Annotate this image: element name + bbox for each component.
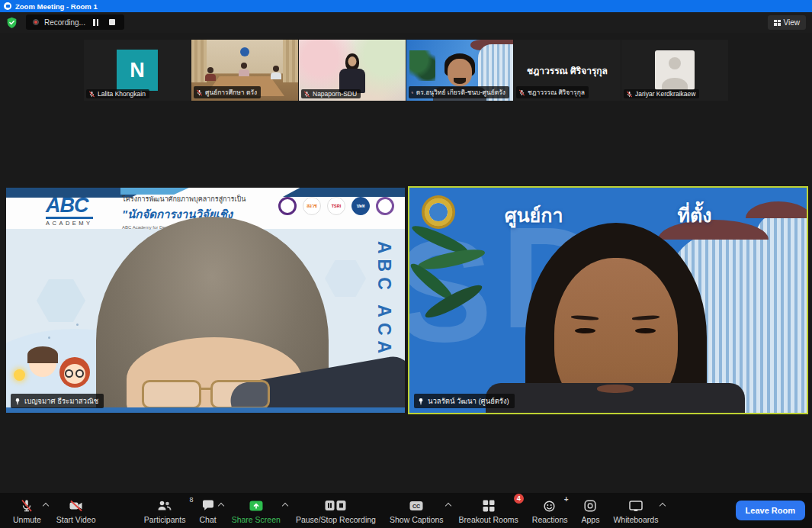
breakout-rooms-badge: 4	[514, 494, 524, 504]
participant-nametag: Jariyar Kerdkraikaew	[624, 89, 699, 98]
breakout-rooms-button[interactable]: 4 Breakout Rooms	[452, 496, 525, 526]
chat-button[interactable]: Chat	[192, 496, 223, 526]
partner-logos: สอวช TSRI บพท	[278, 197, 394, 215]
apps-button[interactable]: Apps	[575, 496, 607, 526]
partner-logo-sovach: สอวช	[303, 197, 321, 215]
pause-stop-recording-button[interactable]: Pause/Stop Recording	[289, 496, 383, 526]
participant-nametag: ศูนย์การศึกษา ตรัง	[194, 86, 261, 98]
participant-name: Jariyar Kerdkraikaew	[635, 90, 695, 98]
unmute-button[interactable]: Unmute	[6, 496, 48, 526]
start-video-button[interactable]: Start Video	[50, 496, 103, 526]
slide-title-line1: โครงการพัฒนาศักยภาพบุคลากรสู่การเป็น	[122, 194, 246, 204]
mic-muted-icon	[196, 89, 203, 96]
participant-name: ชฎาวรรณ ศิริจารุกุล	[528, 87, 585, 98]
participant-name: Napaporn-SDU	[313, 90, 357, 98]
zoom-logo-icon	[4, 2, 11, 10]
thumbnail-lalita[interactable]: N Lalita Khongkain	[84, 40, 191, 101]
placeholder-avatar-icon	[655, 50, 695, 90]
participant-thumbnail-strip: N Lalita Khongkain	[0, 40, 812, 101]
participant-name: Lalita Khongkain	[98, 90, 146, 98]
mic-muted-icon	[88, 91, 95, 98]
lightbulb-icon	[14, 369, 25, 381]
main-video-nametag: เบญจมาศ ธีระมาสวณิช	[11, 394, 104, 408]
view-grid-icon	[774, 20, 781, 26]
thumbnail-napaporn[interactable]: Napaporn-SDU	[299, 40, 406, 101]
mic-muted-icon	[518, 89, 525, 96]
presenter-glasses	[142, 380, 201, 409]
share-screen-icon	[248, 498, 265, 514]
participant-name: เบญจมาศ ธีระมาสวณิช	[24, 395, 98, 407]
apps-icon	[583, 498, 598, 514]
svg-text:CC: CC	[412, 504, 420, 509]
letter-avatar: N	[117, 50, 158, 91]
pause-icon	[93, 19, 98, 26]
participant-nametag: Lalita Khongkain	[86, 89, 149, 98]
whiteboards-button[interactable]: Whiteboards	[606, 496, 665, 526]
main-video-right-active-speaker[interactable]: S D U ศูนย์กา ที่ตั้ง นวลรัตน์ วัฒนา (ศู…	[408, 186, 808, 414]
reactions-smiley-icon	[542, 498, 557, 514]
view-button[interactable]: View	[768, 15, 807, 30]
participants-icon	[156, 498, 174, 514]
participant-name: นวลรัตน์ วัฒนา (ศูนย์ตรัง)	[428, 395, 509, 407]
partner-logo-tsri: TSRI	[327, 197, 345, 215]
mic-muted-icon	[19, 498, 34, 514]
thumbnail-jariyar[interactable]: Jariyar Kerdkraikaew	[621, 40, 728, 101]
recording-indicator: Recording...	[26, 14, 124, 30]
captions-cc-icon: CC	[408, 498, 425, 514]
participant-nametag: Napaporn-SDU	[301, 89, 361, 98]
whiteboard-icon	[627, 498, 644, 514]
thumbnail-education-center[interactable]: ศูนย์การศึกษา ตรัง	[191, 40, 298, 101]
pause-stop-icons	[324, 498, 347, 514]
meeting-control-bar: Recording... View	[0, 12, 812, 33]
security-shield-icon[interactable]	[6, 17, 18, 32]
zoom-window: Zoom Meeting - Room 1 Recording... View	[0, 0, 812, 528]
recording-label: Recording...	[44, 18, 85, 27]
meeting-toolbar: Unmute Start Video 8	[0, 493, 812, 528]
breakout-rooms-icon	[481, 498, 496, 514]
main-video-nametag: นวลรัตน์ วัฒนา (ศูนย์ตรัง)	[414, 394, 515, 408]
title-bar: Zoom Meeting - Room 1	[0, 0, 812, 12]
partner-logo-bopot: บพท	[351, 197, 370, 215]
thumbnail-chadawan[interactable]: ชฎาวรรณ ศิริจารุกุล ชฎาวรรณ ศิริจารุกุล	[514, 40, 621, 101]
participant-name: ศูนย์การศึกษา ตรัง	[205, 87, 257, 98]
mic-muted-icon	[626, 91, 633, 98]
participants-button[interactable]: 8 Participants	[137, 496, 193, 526]
stop-recording-button[interactable]	[107, 17, 117, 27]
partner-logo-crest	[376, 197, 394, 215]
stop-icon	[109, 19, 115, 25]
camera-off-icon	[68, 498, 85, 514]
cartoon-boy	[29, 349, 56, 377]
abc-academy-logo: ABC ACADEMY	[46, 195, 93, 227]
room-wall-logo	[240, 47, 249, 56]
pause-recording-button[interactable]	[91, 17, 101, 27]
mic-muted-icon	[303, 91, 310, 98]
campus-building	[756, 214, 807, 414]
recording-dot-icon	[33, 19, 39, 25]
thumbnail-dr-anuwit[interactable]: ดร.อนุวิทย์ เกียรติ-ชนบ-ศูนย์ตรัง	[406, 40, 513, 101]
mic-muted-icon	[411, 89, 414, 96]
chat-icon	[201, 498, 216, 514]
pin-icon	[417, 398, 425, 405]
participant-nametag: ชฎาวรรณ ศิริจารุกุล	[516, 86, 589, 98]
show-captions-button[interactable]: CC Show Captions	[383, 496, 451, 526]
participant-nametag: ดร.อนุวิทย์ เกียรติ-ชนบ-ศูนย์ตรัง	[409, 86, 509, 98]
main-video-left[interactable]: ABC ACADEMY โครงการพัฒนาศักยภาพบุคลากรสู…	[6, 188, 405, 413]
partner-logo-university	[278, 197, 297, 215]
view-label: View	[784, 18, 801, 27]
participant-name: ดร.อนุวิทย์ เกียรติ-ชนบ-ศูนย์ตรัง	[416, 87, 505, 98]
pin-icon	[14, 398, 21, 405]
window-title: Zoom Meeting - Room 1	[15, 2, 98, 11]
share-screen-button[interactable]: Share Screen	[225, 496, 287, 526]
cartoon-girl	[59, 357, 90, 388]
leave-room-button[interactable]: Leave Room	[736, 501, 805, 520]
reactions-button[interactable]: Reactions	[525, 496, 575, 526]
